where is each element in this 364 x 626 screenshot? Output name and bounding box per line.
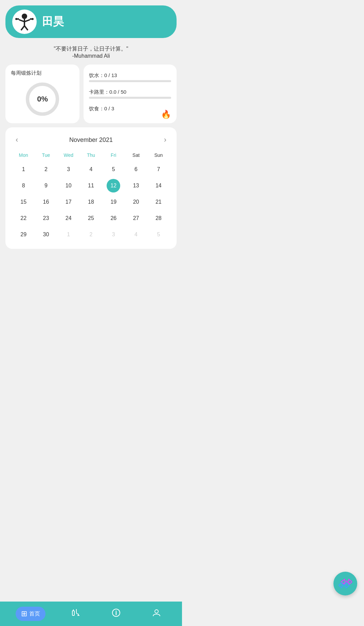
avatar-icon bbox=[14, 12, 35, 32]
weekday-wed: Wed bbox=[57, 151, 80, 159]
calendar-day[interactable]: 14 bbox=[152, 179, 165, 192]
weekday-fri: Fri bbox=[102, 151, 125, 159]
calendar-day[interactable]: 4 bbox=[129, 228, 143, 241]
stats-row: 每周锻炼计划 0% 饮水：0 / 13 卡路里：0.0 / 50 bbox=[5, 65, 177, 123]
calendar-day[interactable]: 23 bbox=[39, 211, 53, 225]
header: 田昊 bbox=[5, 5, 177, 38]
water-stat: 饮水：0 / 13 bbox=[89, 72, 171, 82]
calories-stat: 卡路里：0.0 / 50 bbox=[89, 89, 171, 99]
prev-month-button[interactable]: ‹ bbox=[12, 134, 21, 146]
avatar bbox=[12, 10, 37, 34]
calendar-day[interactable]: 22 bbox=[17, 211, 30, 225]
workout-card: 每周锻炼计划 0% bbox=[5, 65, 79, 123]
fire-icon: 🔥 bbox=[161, 110, 171, 119]
calendar-day[interactable]: 29 bbox=[17, 228, 30, 241]
ring-container: 0% bbox=[11, 80, 74, 118]
svg-point-7 bbox=[32, 18, 34, 20]
water-label: 饮水：0 / 13 bbox=[89, 72, 171, 79]
svg-line-9 bbox=[24, 26, 28, 30]
svg-line-5 bbox=[24, 20, 30, 22]
calendar-day[interactable]: 1 bbox=[62, 228, 75, 241]
calendar-day[interactable]: 17 bbox=[62, 195, 75, 209]
calendar-day[interactable]: 26 bbox=[107, 211, 120, 225]
calendar-day[interactable]: 7 bbox=[152, 163, 165, 176]
calendar-card: ‹ November 2021 › Mon Tue Wed Thu Fri Sa… bbox=[5, 127, 177, 249]
weekday-sat: Sat bbox=[125, 151, 147, 159]
calendar-day[interactable]: 16 bbox=[39, 195, 53, 209]
next-month-button[interactable]: › bbox=[161, 134, 170, 146]
calendar-day[interactable]: 18 bbox=[84, 195, 98, 209]
calendar-day[interactable]: 2 bbox=[39, 163, 53, 176]
calendar-day[interactable]: 8 bbox=[17, 179, 30, 192]
calendar-day[interactable]: 4 bbox=[84, 163, 98, 176]
calendar-grid: Mon Tue Wed Thu Fri Sat Sun 123456789101… bbox=[12, 151, 170, 242]
calendar-day[interactable]: 5 bbox=[152, 228, 165, 241]
svg-point-4 bbox=[15, 18, 17, 20]
calendar-day[interactable]: 28 bbox=[152, 211, 165, 225]
svg-line-8 bbox=[21, 26, 24, 30]
calendar-day[interactable]: 30 bbox=[39, 228, 53, 241]
calendar-day[interactable]: 21 bbox=[152, 195, 165, 209]
quote-section: "不要计算日子，让日子计算。" -Muhammad Ali bbox=[0, 38, 182, 65]
calendar-day[interactable]: 15 bbox=[17, 195, 30, 209]
calendar-day[interactable]: 13 bbox=[129, 179, 143, 192]
calendar-day[interactable]: 3 bbox=[107, 228, 120, 241]
calendar-day[interactable]: 20 bbox=[129, 195, 143, 209]
diet-label: 饮食：0 / 3 bbox=[89, 106, 171, 112]
calendar-day[interactable]: 11 bbox=[84, 179, 98, 192]
calories-label: 卡路里：0.0 / 50 bbox=[89, 89, 171, 95]
svg-line-2 bbox=[19, 20, 24, 22]
water-bar bbox=[89, 80, 171, 82]
calendar-day[interactable]: 25 bbox=[84, 211, 98, 225]
calendar-day[interactable]: 3 bbox=[62, 163, 75, 176]
calendar-day[interactable]: 9 bbox=[39, 179, 53, 192]
calendar-day[interactable]: 10 bbox=[62, 179, 75, 192]
quote-text: "不要计算日子，让日子计算。" bbox=[10, 45, 172, 53]
diet-stat: 饮食：0 / 3 bbox=[89, 106, 171, 113]
calendar-day[interactable]: 2 bbox=[84, 228, 98, 241]
workout-title: 每周锻炼计划 bbox=[11, 70, 41, 76]
weekday-tue: Tue bbox=[35, 151, 57, 159]
calendar-day[interactable]: 19 bbox=[107, 195, 120, 209]
calendar-header: ‹ November 2021 › bbox=[12, 134, 170, 146]
calendar-day[interactable]: 24 bbox=[62, 211, 75, 225]
calories-bar bbox=[89, 97, 171, 99]
weekday-sun: Sun bbox=[147, 151, 170, 159]
calendar-day[interactable]: 1 bbox=[17, 163, 30, 176]
weekday-thu: Thu bbox=[80, 151, 102, 159]
calendar-days: 1234567891011121314151617181920212223242… bbox=[12, 162, 170, 242]
ring-percent: 0% bbox=[37, 95, 48, 104]
username: 田昊 bbox=[42, 14, 64, 29]
calendar-day[interactable]: 27 bbox=[129, 211, 143, 225]
weekday-header: Mon Tue Wed Thu Fri Sat Sun bbox=[12, 151, 170, 159]
calendar-title: November 2021 bbox=[69, 136, 113, 144]
calendar-day[interactable]: 5 bbox=[107, 163, 120, 176]
ring-wrapper: 0% bbox=[24, 80, 61, 118]
quote-author: -Muhammad Ali bbox=[10, 53, 172, 59]
svg-point-0 bbox=[22, 14, 27, 19]
calendar-day[interactable]: 6 bbox=[129, 163, 143, 176]
calendar-day[interactable]: 12 bbox=[107, 179, 120, 192]
weekday-mon: Mon bbox=[12, 151, 35, 159]
daily-card: 饮水：0 / 13 卡路里：0.0 / 50 饮食：0 / 3 🔥 bbox=[84, 65, 177, 123]
